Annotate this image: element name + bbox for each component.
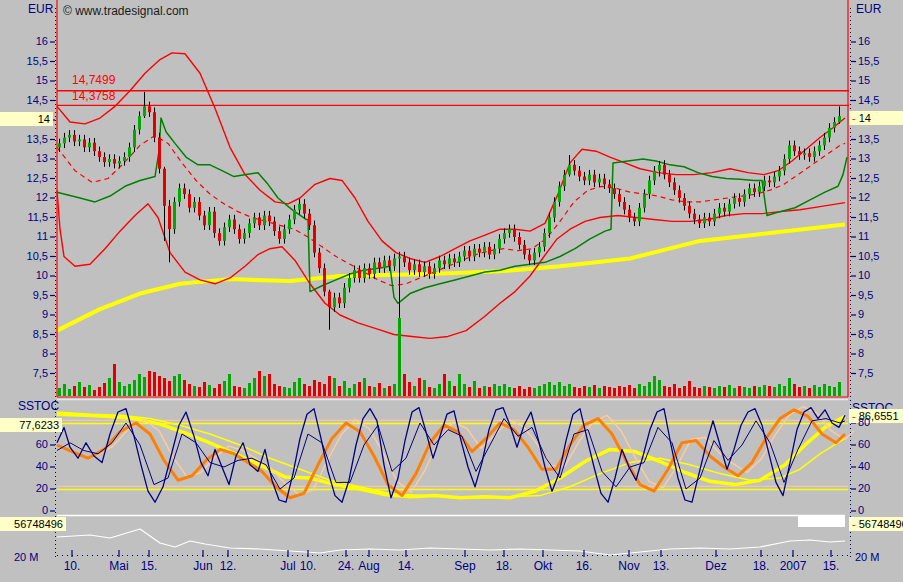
x-axis-tick-label: 10.	[58, 560, 86, 573]
x-axis-tick-label: Dez	[702, 560, 730, 573]
price-axis-tick-right: 12	[858, 191, 870, 204]
price-axis-tick-right: 13,5	[858, 133, 879, 146]
price-axis-tick-right: 15	[858, 74, 870, 87]
price-axis-tick-left: 12	[0, 191, 48, 204]
x-axis-tick-label: 13.	[647, 560, 675, 573]
price-axis-tick-right: 9	[858, 308, 864, 321]
price-axis-tick-right: 11,5	[858, 211, 879, 224]
price-axis-tick-left: 8,5	[0, 328, 48, 341]
x-axis-tick-label: 14.	[392, 560, 420, 573]
price-axis-tick-left: 12,5	[0, 172, 48, 185]
price-axis-tick-left: 16	[0, 35, 48, 48]
price-axis-tick-left: 7,5	[0, 367, 48, 380]
sstoc-axis-tick-right: 20	[858, 482, 870, 495]
tradesignal-chart-window: { "app": { "copyright": "© www.tradesign…	[0, 0, 903, 582]
sstoc-axis-tick-left: 40	[0, 460, 48, 473]
x-axis-tick-label: 15.	[817, 560, 845, 573]
price-axis-tick-left: 15,5	[0, 55, 48, 68]
x-axis-tick-label: 18.	[490, 560, 518, 573]
price-axis-tick-right: 10,5	[858, 250, 879, 263]
price-axis-tick-left: 11	[0, 230, 48, 243]
sstoc-axis-tick-right: 40	[858, 460, 870, 473]
price-axis-tick-left: 14,5	[0, 94, 48, 107]
x-axis-tick-label: 16.	[570, 560, 598, 573]
price-axis-tick-left: 13,5	[0, 133, 48, 146]
x-axis-tick-label: Jun	[189, 560, 217, 573]
x-axis-tick-label: Aug	[355, 560, 383, 573]
price-axis-tick-left: 10,5	[0, 250, 48, 263]
price-axis-tick-right: 14,5	[858, 94, 879, 107]
x-axis-tick-label: 12.	[214, 560, 242, 573]
price-axis-tick-left: 11,5	[0, 211, 48, 224]
price-axis-tick-right: 12,5	[858, 172, 879, 185]
generated-axis-labels: 161615,515,5151514,514,513,513,5131312,5…	[0, 0, 903, 582]
x-axis-tick-label: Mai	[105, 560, 133, 573]
price-axis-tick-left: 9,5	[0, 289, 48, 302]
price-axis-tick-left: 9	[0, 308, 48, 321]
price-axis-tick-left: 10	[0, 269, 48, 282]
x-axis-tick-label: 2007	[779, 560, 807, 573]
price-axis-tick-left: 13	[0, 152, 48, 165]
price-axis-tick-right: 7,5	[858, 367, 873, 380]
price-axis-tick-right: 8	[858, 347, 864, 360]
sstoc-axis-tick-right: 80	[858, 416, 870, 429]
x-axis-tick-label: 10.	[294, 560, 322, 573]
sstoc-axis-tick-right: 0	[858, 504, 864, 517]
sstoc-axis-tick-left: 60	[0, 438, 48, 451]
x-axis-tick-label: Okt	[529, 560, 557, 573]
price-axis-tick-right: 11	[858, 230, 869, 243]
price-axis-tick-right: 9,5	[858, 289, 873, 302]
price-axis-tick-right: 8,5	[858, 328, 873, 341]
price-axis-tick-left: 15	[0, 74, 48, 87]
x-axis-tick-label: Nov	[615, 560, 643, 573]
sstoc-axis-tick-left: 0	[0, 504, 48, 517]
price-axis-tick-right: 16	[858, 35, 870, 48]
price-axis-tick-right: 13	[858, 152, 870, 165]
price-axis-tick-left: 8	[0, 347, 48, 360]
price-axis-tick-right: 10	[858, 269, 870, 282]
price-axis-tick-right: 15,5	[858, 55, 879, 68]
x-axis-tick-label: Sep	[451, 560, 479, 573]
sstoc-axis-tick-left: 20	[0, 482, 48, 495]
x-axis-tick-label: 18.	[747, 560, 775, 573]
sstoc-axis-tick-right: 60	[858, 438, 870, 451]
x-axis-tick-label: 15.	[135, 560, 163, 573]
